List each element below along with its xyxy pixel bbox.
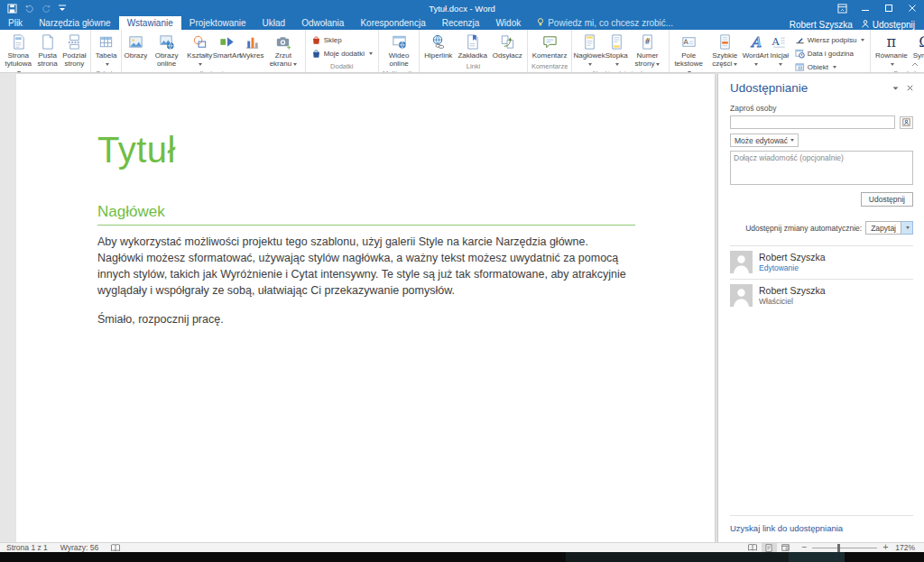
drop-cap-icon: A xyxy=(771,33,788,51)
collapse-ribbon-icon[interactable] xyxy=(911,54,919,70)
address-book-button[interactable] xyxy=(900,116,913,129)
page-number-button[interactable]: # Numer strony xyxy=(628,32,666,69)
avatar xyxy=(730,284,753,307)
permission-dropdown[interactable]: Może edytować xyxy=(730,134,799,147)
text-box-button[interactable]: A Pole tekstowe xyxy=(671,32,707,73)
zoom-slider-thumb[interactable] xyxy=(837,544,840,552)
person-row[interactable]: Robert Szyszka Właściciel xyxy=(730,279,913,312)
footer-button[interactable]: Stopka xyxy=(605,32,629,69)
close-icon[interactable] xyxy=(901,0,924,16)
invite-people-input[interactable] xyxy=(730,115,895,129)
online-pictures-icon xyxy=(158,33,175,51)
status-bar: Strona 1 z 1 Wyrazy: 56 − + 172% xyxy=(0,542,924,552)
smartart-icon xyxy=(218,33,236,51)
wordart-button[interactable]: A WordArt xyxy=(744,32,768,69)
read-mode-button[interactable] xyxy=(745,543,761,552)
pictures-button[interactable]: Obrazy xyxy=(124,32,147,61)
group-tables: Tabela Tabele xyxy=(91,30,123,72)
group-illustrations: Obrazy Obrazy online Kształty SmartArt W… xyxy=(122,30,305,72)
person-role[interactable]: Edytowanie xyxy=(759,263,826,272)
screenshot-button[interactable]: Zrzut ekranu xyxy=(263,32,303,69)
message-input[interactable] xyxy=(730,151,913,185)
zoom-in-button[interactable]: + xyxy=(882,543,888,552)
avatar xyxy=(730,251,753,273)
store-button[interactable]: Sklep xyxy=(308,33,376,46)
web-layout-button[interactable] xyxy=(778,543,793,552)
tab-review[interactable]: Recenzja xyxy=(434,16,488,30)
share-submit-button[interactable]: Udostępnij xyxy=(861,192,913,207)
tab-file[interactable]: Plik xyxy=(0,16,31,30)
title-bar: Tytuł.docx - Word xyxy=(0,0,924,16)
window-controls xyxy=(830,0,924,16)
cross-reference-button[interactable]: Odsyłacz xyxy=(490,32,525,61)
document-page[interactable]: Tytuł Nagłówek Aby wykorzystać możliwośc… xyxy=(16,74,715,542)
bookmark-button[interactable]: Zakładka xyxy=(455,32,489,61)
document-paragraph: Śmiało, rozpocznij pracę. xyxy=(97,311,635,327)
person-row[interactable]: Robert Szyszka Edytowanie xyxy=(730,245,913,279)
comment-button[interactable]: Komentarz xyxy=(530,32,570,61)
account-area: Robert Szyszka Udostępnij xyxy=(790,20,924,30)
bookmark-icon xyxy=(464,33,481,51)
chart-button[interactable]: Wykres xyxy=(240,32,263,61)
tab-design[interactable]: Projektowanie xyxy=(181,16,254,30)
word-count[interactable]: Wyrazy: 56 xyxy=(54,543,105,552)
smartart-button[interactable]: SmartArt xyxy=(214,32,240,61)
date-time-button[interactable]: Data i godzina xyxy=(791,47,869,60)
print-layout-button[interactable] xyxy=(762,543,777,552)
get-sharing-link[interactable]: Uzyskaj link do udostępniania xyxy=(730,516,913,542)
drop-cap-button[interactable]: A Inicjał xyxy=(768,32,791,69)
ribbon-display-options-icon[interactable] xyxy=(830,0,854,16)
my-addins-button[interactable]: Moje dodatki xyxy=(308,47,376,60)
zoom-control: − + xyxy=(802,543,889,552)
quick-parts-button[interactable]: Szybkie części xyxy=(707,32,744,69)
page-number-icon: # xyxy=(639,33,656,51)
table-button[interactable]: Tabela xyxy=(93,32,120,69)
header-button[interactable]: Nagłówek xyxy=(574,32,604,69)
page-count[interactable]: Strona 1 z 1 xyxy=(0,543,54,552)
tab-insert[interactable]: Wstawianie xyxy=(119,16,181,30)
minimize-icon[interactable] xyxy=(854,0,877,16)
ribbon-tab-row: Plik Narzędzia główne Wstawianie Projekt… xyxy=(0,16,924,30)
online-video-button[interactable]: Wideo online xyxy=(381,32,417,69)
pane-dropdown-icon[interactable] xyxy=(892,84,899,93)
tab-view[interactable]: Widok xyxy=(487,16,529,30)
hyperlink-button[interactable]: Hiperlink xyxy=(421,32,455,61)
date-time-icon xyxy=(795,49,805,59)
group-header-footer: Nagłówek Stopka # Numer strony Nagłówek … xyxy=(572,30,669,72)
auto-share-arrow-icon xyxy=(901,221,913,235)
object-icon xyxy=(795,62,805,72)
share-pane-title: Udostępnianie xyxy=(730,81,808,95)
zoom-slider[interactable] xyxy=(812,548,877,548)
person-role: Właściciel xyxy=(759,297,826,306)
proofing-icon[interactable] xyxy=(105,544,126,552)
shapes-button[interactable]: Kształty xyxy=(186,32,214,69)
zoom-percentage[interactable]: 172% xyxy=(895,543,924,552)
hyperlink-icon xyxy=(430,33,447,51)
tell-me-box[interactable]: Powiedz mi, co chcesz zrobić... xyxy=(529,16,681,30)
online-pictures-button[interactable]: Obrazy online xyxy=(147,32,185,69)
cover-page-button[interactable]: Strona tytułowa xyxy=(2,32,34,73)
equation-button[interactable]: π Równanie xyxy=(873,32,910,69)
signature-line-button[interactable]: Wiersz podpisu xyxy=(791,33,869,46)
blank-page-button[interactable]: Pusta strona xyxy=(34,32,60,69)
cross-reference-icon xyxy=(499,33,516,51)
share-button-top[interactable]: Udostępnij xyxy=(862,20,915,30)
tab-references[interactable]: Odwołania xyxy=(293,16,352,30)
page-break-icon xyxy=(66,33,83,51)
person-name: Robert Szyszka xyxy=(759,285,826,297)
taskbar-strip xyxy=(0,552,924,562)
tab-layout[interactable]: Układ xyxy=(254,16,294,30)
auto-share-dropdown[interactable]: Zapytaj xyxy=(865,221,913,235)
tab-home[interactable]: Narzędzia główne xyxy=(31,16,119,30)
account-user[interactable]: Robert Szyszka xyxy=(790,20,853,30)
page-break-button[interactable]: Podział strony xyxy=(60,32,88,69)
tab-mailings[interactable]: Korespondencja xyxy=(352,16,433,30)
maximize-icon[interactable] xyxy=(877,0,901,16)
store-icon xyxy=(311,35,321,45)
zoom-out-button[interactable]: − xyxy=(802,543,808,552)
object-button[interactable]: Obiekt xyxy=(791,60,869,73)
cover-page-icon xyxy=(10,33,27,51)
word-window: Tytuł.docx - Word Plik Narzędzia główne … xyxy=(0,0,924,562)
blank-page-icon xyxy=(39,33,56,51)
pane-close-icon[interactable] xyxy=(907,84,913,93)
